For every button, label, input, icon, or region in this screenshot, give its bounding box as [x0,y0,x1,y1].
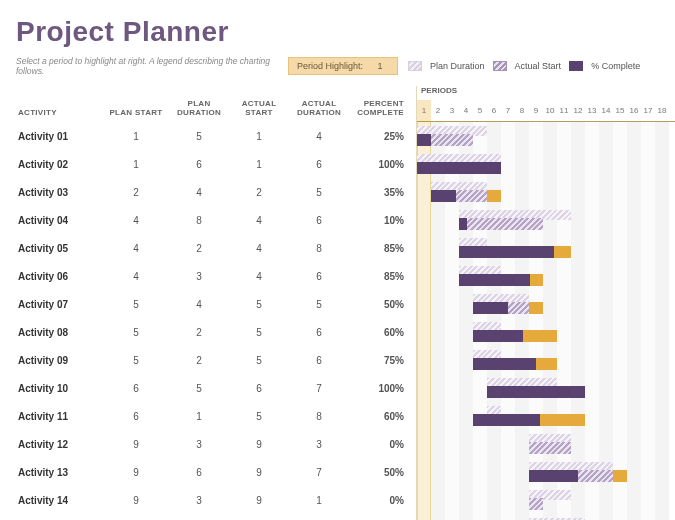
actual-bar [459,218,543,230]
plan-start-cell: 2 [106,187,166,198]
table-row[interactable]: Activity 03242535% [16,178,416,206]
complete-bar [431,190,456,202]
actual-duration-cell: 6 [286,355,352,366]
plan-duration-cell: 3 [166,439,232,450]
period-header-cell[interactable]: 12 [571,100,585,121]
gantt-row [417,290,675,318]
table-row[interactable]: Activity 06434685% [16,262,416,290]
period-header-cell[interactable]: 16 [627,100,641,121]
actual-duration-cell: 6 [286,159,352,170]
actual-duration-cell: 6 [286,215,352,226]
page-title: Project Planner [16,16,675,48]
table-row[interactable]: Activity 08525660% [16,318,416,346]
complete-bar [417,134,431,146]
complete-bar [417,162,501,174]
header-row: Select a period to highlight at right. A… [16,56,675,76]
swatch-actual-start-icon [493,61,507,71]
period-header-cell[interactable]: 3 [445,100,459,121]
actual-duration-cell: 8 [286,243,352,254]
beyond-plan-bar [529,302,543,314]
plan-duration-cell: 2 [166,355,232,366]
activity-name: Activity 07 [16,299,106,310]
plan-duration-cell: 6 [166,159,232,170]
actual-duration-cell: 5 [286,187,352,198]
table-row[interactable]: Activity 1293930% [16,430,416,458]
table-body: Activity 01151425%Activity 021616100%Act… [16,122,416,520]
plan-start-cell: 4 [106,243,166,254]
table-row[interactable]: Activity 01151425% [16,122,416,150]
pct-cell: 35% [352,187,416,198]
period-header-cell[interactable]: 14 [599,100,613,121]
table-row[interactable]: Activity 021616100% [16,150,416,178]
period-header-cell[interactable]: 8 [515,100,529,121]
gantt-row [417,346,675,374]
actual-start-cell: 1 [232,131,286,142]
beyond-plan-bar [487,190,501,202]
period-header-cell[interactable]: 4 [459,100,473,121]
actual-duration-cell: 8 [286,411,352,422]
table-row[interactable]: Activity 07545550% [16,290,416,318]
pct-cell: 60% [352,327,416,338]
gantt-area: PERIODS 123456789101112131415161718 [416,86,675,520]
activity-name: Activity 04 [16,215,106,226]
gantt-row [417,458,675,486]
content-area: ACTIVITY PLAN START PLAN DURATION ACTUAL… [16,86,675,520]
period-highlight-input[interactable] [371,60,389,72]
period-header-cell[interactable]: 10 [543,100,557,121]
activity-name: Activity 06 [16,271,106,282]
table-row[interactable]: Activity 09525675% [16,346,416,374]
plan-duration-cell: 3 [166,495,232,506]
period-header-cell[interactable]: 6 [487,100,501,121]
pct-cell: 0% [352,439,416,450]
period-header-cell[interactable]: 5 [473,100,487,121]
complete-bar [459,246,554,258]
actual-duration-cell: 6 [286,271,352,282]
gantt-row [417,122,675,150]
pct-cell: 85% [352,243,416,254]
table-row[interactable]: Activity 1594851% [16,514,416,520]
periods-label: PERIODS [421,86,457,95]
actual-start-cell: 5 [232,327,286,338]
plan-start-cell: 9 [106,495,166,506]
gantt-row [417,178,675,206]
plan-duration-cell: 8 [166,215,232,226]
period-header-cell[interactable]: 13 [585,100,599,121]
table-row[interactable]: Activity 11615860% [16,402,416,430]
complete-bar [487,386,585,398]
period-header-cell[interactable]: 2 [431,100,445,121]
table-row[interactable]: Activity 1493910% [16,486,416,514]
period-header-cell[interactable]: 17 [641,100,655,121]
period-header-cell[interactable]: 1 [417,100,431,121]
table-row[interactable]: Activity 04484610% [16,206,416,234]
actual-start-cell: 5 [232,299,286,310]
actual-start-cell: 4 [232,215,286,226]
table-row[interactable]: Activity 05424885% [16,234,416,262]
actual-start-cell: 9 [232,439,286,450]
period-header-cell[interactable]: 11 [557,100,571,121]
plan-start-cell: 4 [106,215,166,226]
plan-duration-cell: 4 [166,299,232,310]
period-header-cell[interactable]: 15 [613,100,627,121]
period-header-cell[interactable]: 9 [529,100,543,121]
gantt-row [417,234,675,262]
period-header-cell[interactable]: 7 [501,100,515,121]
plan-start-cell: 5 [106,355,166,366]
period-highlight-box[interactable]: Period Highlight: [288,57,398,75]
table-row[interactable]: Activity 13969750% [16,458,416,486]
period-header-cell[interactable]: 18 [655,100,669,121]
table-row[interactable]: Activity 106567100% [16,374,416,402]
column-headers: ACTIVITY PLAN START PLAN DURATION ACTUAL… [16,86,416,122]
gantt-row [417,262,675,290]
pct-cell: 85% [352,271,416,282]
actual-duration-cell: 1 [286,495,352,506]
actual-start-cell: 6 [232,383,286,394]
pct-cell: 25% [352,131,416,142]
actual-duration-cell: 4 [286,131,352,142]
period-highlight-label: Period Highlight: [297,61,363,71]
complete-bar [529,470,578,482]
pct-cell: 10% [352,215,416,226]
gantt-row [417,206,675,234]
pct-cell: 60% [352,411,416,422]
gantt-row [417,374,675,402]
swatch-pct-complete-icon [569,61,583,71]
